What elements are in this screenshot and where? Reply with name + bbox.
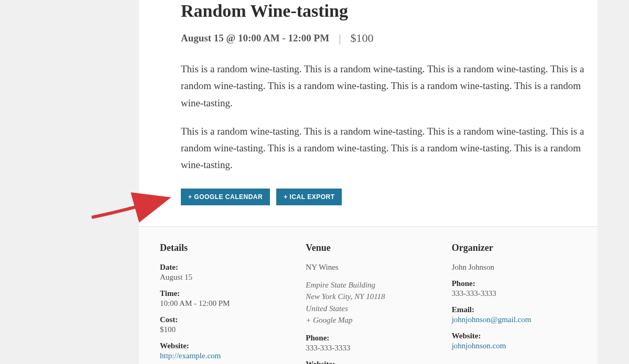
venue-column: Venue NY Wines Empire State Building New… xyxy=(306,242,430,364)
date-label: Date: xyxy=(160,263,285,272)
website-link[interactable]: http://example.com xyxy=(160,351,285,360)
time-value: 10:00 AM - 12:00 PM xyxy=(160,299,285,308)
details-section: Details Date: August 15 Time: 10:00 AM -… xyxy=(139,226,598,364)
address-line: Empire State Building xyxy=(306,279,430,291)
event-price: $100 xyxy=(351,31,374,45)
event-description: This is a random wine-tasting. This is a… xyxy=(181,61,587,174)
organizer-heading: Organizer xyxy=(452,242,577,253)
organizer-name: John Johnson xyxy=(452,263,577,272)
cost-label: Cost: xyxy=(160,315,285,324)
website-label: Website: xyxy=(160,341,285,350)
google-map-link[interactable]: + Google Map xyxy=(306,314,430,326)
description-paragraph: This is a random wine-tasting. This is a… xyxy=(181,123,587,174)
details-column: Details Date: August 15 Time: 10:00 AM -… xyxy=(160,242,285,364)
time-label: Time: xyxy=(160,289,285,298)
organizer-phone-label: Phone: xyxy=(452,279,577,288)
organizer-website-label: Website: xyxy=(452,332,577,340)
cost-value: $100 xyxy=(160,325,285,334)
venue-phone-label: Phone: xyxy=(306,334,430,343)
event-datetime: August 15 @ 10:00 AM - 12:00 PM xyxy=(181,32,329,44)
date-value: August 15 xyxy=(160,273,285,282)
details-heading: Details xyxy=(160,242,285,253)
event-title: Random Wine-tasting xyxy=(181,1,587,21)
description-paragraph: This is a random wine-tasting. This is a… xyxy=(181,61,587,112)
organizer-phone-value: 333-333-3333 xyxy=(452,289,577,298)
venue-name: NY Wines xyxy=(306,263,430,272)
address-line: United States xyxy=(306,303,430,315)
event-meta: August 15 @ 10:00 AM - 12:00 PM | $100 xyxy=(181,31,587,45)
ical-export-button[interactable]: + ICAL EXPORT xyxy=(276,189,342,205)
venue-website-label: Website: xyxy=(306,360,430,364)
venue-heading: Venue xyxy=(306,242,430,253)
venue-phone-value: 333-333-3333 xyxy=(306,344,430,352)
export-buttons: + GOOGLE CALENDAR + ICAL EXPORT xyxy=(181,189,587,205)
meta-divider: | xyxy=(339,31,341,45)
address-line: New York City, NY 10118 xyxy=(306,291,430,303)
organizer-email-link[interactable]: johnjohnson@gmail.com xyxy=(452,315,577,324)
venue-address: Empire State Building New York City, NY … xyxy=(306,279,430,326)
organizer-column: Organizer John Johnson Phone: 333-333-33… xyxy=(452,242,577,364)
google-calendar-button[interactable]: + GOOGLE CALENDAR xyxy=(181,189,270,205)
organizer-website-link[interactable]: johnjohnson.com xyxy=(452,341,577,350)
organizer-email-label: Email: xyxy=(452,305,577,314)
